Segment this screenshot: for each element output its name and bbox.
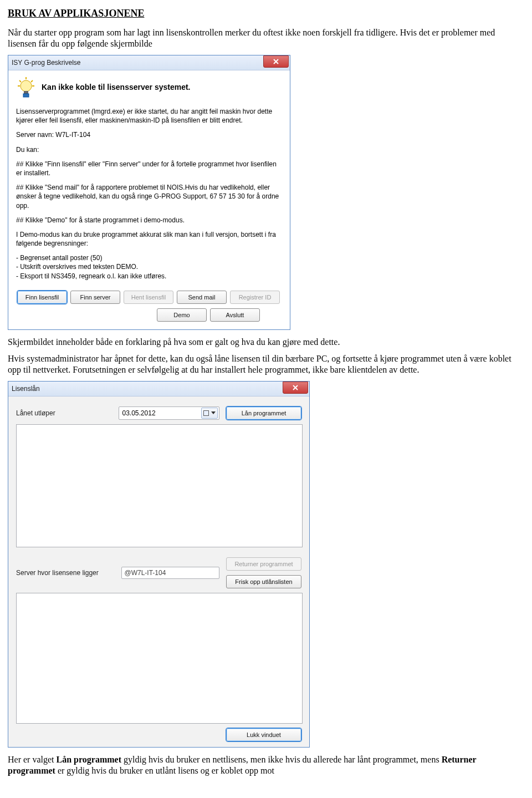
date-value: 03.05.2012 [122,409,156,417]
demo-limit-1: - Begrenset antall poster (50) [16,253,282,262]
server-label: Server hvor lisensene ligger [16,569,115,577]
lightbulb-icon [16,77,36,99]
date-dropdown-button[interactable] [201,408,218,419]
dialog-title: ISY G-prog Beskrivelse [12,59,81,67]
loan-program-button[interactable]: Lån programmet [226,406,301,420]
license-error-dialog: ISY G-prog Beskrivelse Kan ikke koble ti… [8,55,290,330]
loan-list[interactable] [16,424,303,547]
fetch-license-file-button: Hent lisensfil [124,291,173,304]
server-name-line: Server navn: W7L-IT-104 [16,130,282,139]
calendar-icon [203,410,209,416]
demo-intro: I Demo-modus kan du bruke programmet akk… [16,230,282,248]
svg-rect-8 [24,91,28,94]
loan-expires-date-picker[interactable]: 03.05.2012 [119,406,220,420]
refresh-loan-list-button[interactable]: Frisk opp utlånslisten [226,575,301,588]
svg-point-2 [21,80,32,92]
svg-rect-9 [23,94,29,97]
send-mail-button[interactable]: Send mail [177,291,227,304]
svg-line-4 [19,80,21,82]
dialog-title: Lisenslån [12,385,40,393]
quit-button[interactable]: Avslutt [210,308,260,322]
svg-line-5 [31,80,33,82]
dialog-heading: Kan ikke koble til lisensserver systemet… [42,77,190,92]
error-description: Lisensserverprogrammet (lmgrd.exe) er ik… [16,107,282,125]
find-server-button[interactable]: Finn server [70,291,120,304]
intro-paragraph-1: Når du starter opp program som har lagt … [8,27,524,49]
loan-expires-label: Lånet utløper [16,409,112,417]
page-heading: BRUK AV APPLIKASJONENE [8,8,524,19]
option-3: ## Klikke "Demo" for å starte programmet… [16,216,282,225]
close-icon [292,384,299,391]
dialog-titlebar: ISY G-prog Beskrivelse [8,55,290,70]
demo-limit-2: - Utskrift overskrives med teksten DEMO. [16,262,282,271]
close-window-button[interactable]: Lukk vinduet [226,728,301,741]
register-id-button: Registrer ID [230,291,280,304]
chevron-down-icon [211,411,216,414]
option-1: ## Klikke "Finn lisensfil" eller "Finn s… [16,160,282,177]
option-2: ## Klikke "Send mail" for å rapportere p… [16,183,282,210]
you-can-label: Du kan: [16,145,282,154]
dialog-titlebar: Lisenslån [8,382,309,397]
paragraph-4: Her er valget Lån programmet gyldig hvis… [8,754,524,776]
find-license-file-button[interactable]: Finn lisensfil [17,291,67,304]
close-icon [273,58,279,65]
license-loan-dialog: Lisenslån Lånet utløper 03.05.2012 Lån p… [8,381,310,748]
return-program-button: Returner programmet [226,557,301,571]
demo-limit-3: - Eksport til NS3459, regneark o.l. kan … [16,272,282,281]
paragraph-2: Skjermbildet inneholder både en forklari… [8,337,524,348]
server-list[interactable] [16,593,303,724]
demo-button[interactable]: Demo [157,308,207,322]
paragraph-3: Hvis systemadministrator har åpnet for d… [8,353,524,375]
close-button[interactable] [263,55,289,68]
server-input[interactable]: @W7L-IT-104 [121,567,219,579]
close-button[interactable] [283,382,308,394]
